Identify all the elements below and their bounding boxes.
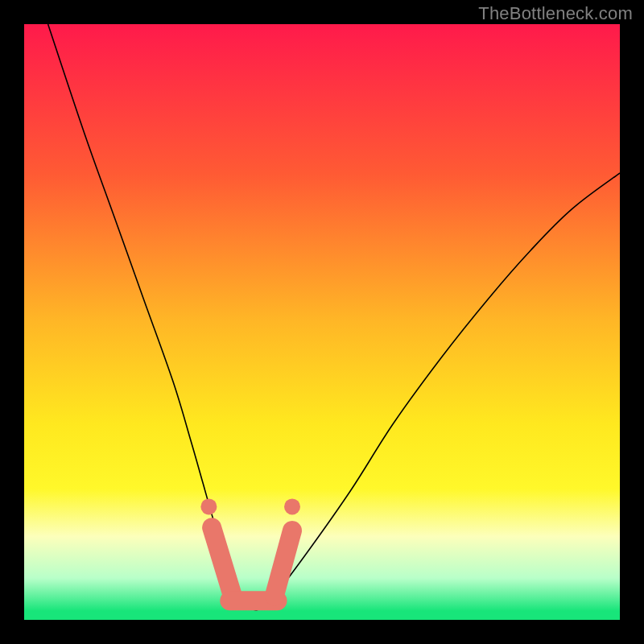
- marker-dot-left: [200, 498, 217, 514]
- chart-frame: TheBottleneck.com: [0, 0, 644, 644]
- bottleneck-chart: [24, 24, 620, 620]
- watermark-text: TheBottleneck.com: [478, 3, 633, 24]
- marker-dot-right: [284, 498, 300, 514]
- chart-background: [24, 24, 620, 620]
